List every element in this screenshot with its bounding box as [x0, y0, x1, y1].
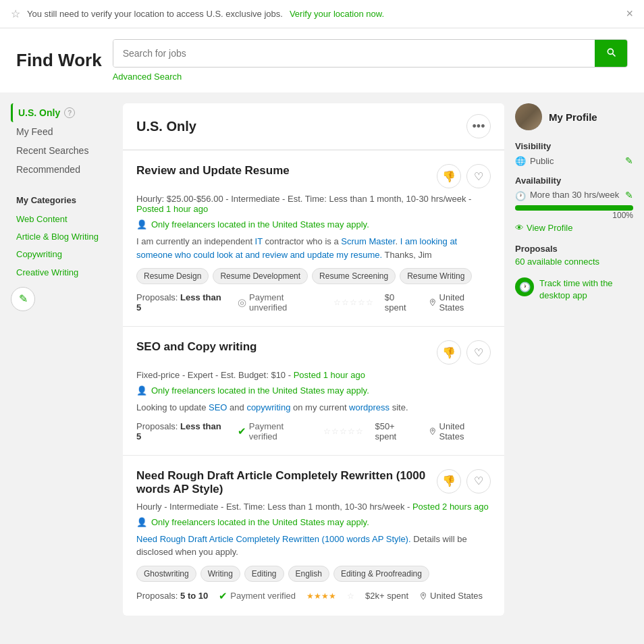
- view-profile-label: View Profile: [527, 223, 572, 233]
- edit-availability-icon[interactable]: ✎: [625, 190, 633, 200]
- save-button-3[interactable]: ♡: [466, 469, 491, 493]
- job-meta-1: Hourly: $25.00-$56.00 - Intermediate - E…: [136, 194, 491, 214]
- tag-resume-dev[interactable]: Resume Development: [213, 268, 308, 284]
- jobs-container: Review and Update Resume 👎 ♡ Hourly: $25…: [123, 150, 504, 616]
- dislike-button-3[interactable]: 👎: [437, 469, 461, 493]
- save-button-1[interactable]: ♡: [466, 164, 491, 188]
- proposals-value-3: 5 to 10: [180, 591, 208, 601]
- job-description-1: I am currently an independent IT contrac…: [136, 235, 491, 261]
- sidebar-label-us-only: U.S. Only: [18, 107, 60, 118]
- desc-highlight-1b: Scrum Master: [341, 236, 395, 246]
- thumbs-down-icon: 👎: [442, 170, 456, 183]
- desc-text-1b: contractor who is a: [263, 236, 341, 246]
- view-profile-link[interactable]: 👁 View Profile: [515, 223, 633, 233]
- availability-row: 🕐 More than 30 hrs/week ✎: [515, 190, 633, 201]
- location-line-2: 👤 Only freelancers located in the United…: [136, 385, 491, 396]
- availability-section: Availability 🕐 More than 30 hrs/week ✎ 1…: [515, 176, 633, 233]
- sidebar-categories-section: My Categories Web Content Article & Blog…: [11, 192, 112, 311]
- job-title-2[interactable]: SEO and Copy writing: [136, 340, 257, 354]
- edit-visibility-icon[interactable]: ✎: [625, 155, 633, 166]
- search-input[interactable]: [113, 40, 595, 67]
- payment-label-3: Payment verified: [230, 591, 296, 601]
- dislike-button-2[interactable]: 👎: [437, 340, 461, 365]
- country-3: United States: [419, 591, 483, 601]
- search-button[interactable]: [595, 40, 627, 67]
- spent-2: $50+ spent: [375, 421, 417, 441]
- proposals-section: Proposals 60 available connects: [515, 244, 633, 267]
- stars-3-empty: ☆: [347, 591, 354, 601]
- stars-2: ☆☆☆☆☆: [323, 427, 364, 436]
- sidebar-item-creative-writing[interactable]: Creative Writing: [11, 264, 112, 281]
- dislike-button-1[interactable]: 👎: [437, 164, 461, 188]
- banner-close-button[interactable]: ×: [626, 7, 633, 21]
- heart-icon: ♡: [474, 170, 483, 183]
- payment-verified-icon-2: ✔: [238, 425, 246, 437]
- track-app-text[interactable]: Track time with the desktop app: [539, 277, 633, 302]
- thumbs-down-icon-3: 👎: [442, 475, 456, 487]
- job-title-3[interactable]: Need Rough Draft Article Completely Rewr…: [136, 469, 437, 496]
- desc-highlight-2b: copywriting: [246, 402, 290, 412]
- job-description-2: Looking to update SEO and copywriting on…: [136, 401, 491, 414]
- proposals-title: Proposals: [515, 244, 633, 254]
- visibility-title: Visibility: [515, 141, 633, 151]
- location-icon-2: 👤: [136, 385, 147, 396]
- heart-icon-2: ♡: [474, 346, 483, 359]
- tag-resume-writing[interactable]: Resume Writing: [400, 268, 472, 284]
- profile-top: My Profile: [515, 103, 633, 130]
- verify-location-link[interactable]: Verify your location now.: [290, 9, 384, 19]
- country-text-3: United States: [430, 591, 483, 601]
- job-meta-text-3a: Hourly - Intermediate - Est. Time: Less …: [136, 502, 412, 512]
- sidebar-item-web-content[interactable]: Web Content: [11, 211, 112, 228]
- tag-editing[interactable]: Editing: [244, 566, 284, 582]
- job-card-header-2: SEO and Copy writing 👎 ♡: [136, 340, 491, 365]
- sidebar-item-us-only[interactable]: U.S. Only ?: [11, 103, 112, 122]
- profile-name: My Profile: [549, 111, 597, 123]
- right-sidebar: My Profile Visibility 🌐 Public ✎ Availab…: [515, 103, 633, 616]
- tag-english[interactable]: English: [288, 566, 329, 582]
- desc-text-1c: .: [395, 236, 400, 246]
- availability-value: More than 30 hrs/week: [530, 190, 619, 200]
- job-actions-2: 👎 ♡: [437, 340, 491, 365]
- job-card-header-3: Need Rough Draft Article Completely Rewr…: [136, 469, 491, 496]
- spent-1: $0 spent: [385, 292, 418, 313]
- header: Find Work Advanced Search: [0, 28, 644, 92]
- country-2: United States: [429, 421, 491, 441]
- connects-text: 60 available connects: [515, 257, 633, 267]
- edit-categories-button[interactable]: ✎: [11, 287, 35, 311]
- sidebar-item-recent-searches[interactable]: Recent Searches: [11, 141, 112, 160]
- page-title: Find Work: [16, 50, 102, 71]
- job-actions-1: 👎 ♡: [437, 164, 491, 188]
- job-actions-3: 👎 ♡: [437, 469, 491, 493]
- table-row: SEO and Copy writing 👎 ♡ Fixed-price - E…: [123, 326, 504, 455]
- job-card-header-1: Review and Update Resume 👎 ♡: [136, 164, 491, 188]
- sidebar-nav-section: U.S. Only ? My Feed Recent Searches Reco…: [11, 103, 112, 179]
- tag-ghostwriting[interactable]: Ghostwriting: [136, 566, 196, 582]
- payment-badge-1: ◎ Payment unverified: [238, 292, 323, 313]
- tag-writing[interactable]: Writing: [200, 566, 240, 582]
- advanced-search-link[interactable]: Advanced Search: [113, 72, 628, 82]
- job-meta-2: Fixed-price - Expert - Est. Budget: $10 …: [136, 370, 491, 380]
- job-title-1[interactable]: Review and Update Resume: [136, 164, 290, 178]
- proposals-value-2: Less than 5: [136, 421, 221, 441]
- sidebar-item-article-blog[interactable]: Article & Blog Writing: [11, 228, 112, 246]
- tag-editing-proofreading[interactable]: Editing & Proofreading: [333, 566, 429, 582]
- tag-resume-screening[interactable]: Resume Screening: [312, 268, 396, 284]
- search-wrapper: Advanced Search: [113, 39, 628, 82]
- track-app-section: 🕐 Track time with the desktop app: [515, 277, 633, 302]
- star-icon: ☆: [11, 7, 20, 20]
- job-description-3: Need Rough Draft Article Completely Rewr…: [136, 533, 491, 559]
- sidebar-item-copywriting[interactable]: Copywriting: [11, 246, 112, 263]
- tag-resume-design[interactable]: Resume Design: [136, 268, 209, 284]
- feed-more-button[interactable]: •••: [466, 114, 491, 138]
- desc-highlight-3a: Need Rough Draft Article Completely Rewr…: [136, 534, 411, 544]
- sidebar-item-my-feed[interactable]: My Feed: [11, 122, 112, 141]
- save-button-2[interactable]: ♡: [466, 340, 491, 365]
- avatar-image: [515, 103, 542, 130]
- sidebar-label-recommended: Recommended: [16, 164, 80, 175]
- track-app-icon: 🕐: [515, 277, 534, 296]
- job-footer-2: Proposals: Less than 5 ✔ Payment verifie…: [136, 421, 491, 441]
- sidebar-item-recommended[interactable]: Recommended: [11, 160, 112, 179]
- top-banner: ☆ You still need to verify your location…: [0, 0, 644, 28]
- country-1: United States: [429, 292, 491, 313]
- feed-header: U.S. Only •••: [123, 103, 504, 150]
